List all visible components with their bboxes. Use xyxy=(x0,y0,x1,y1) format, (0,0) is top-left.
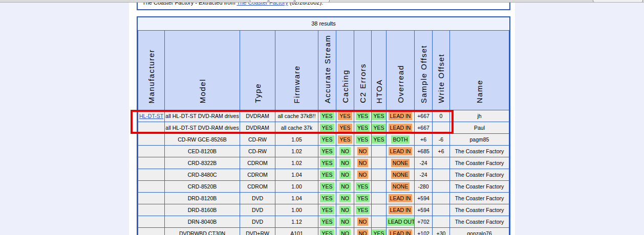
cell-firmware: A101 xyxy=(275,228,318,235)
column-header-c2-errors: C2 Errors xyxy=(354,31,372,110)
browser-button-partial[interactable] xyxy=(250,0,268,3)
column-header-label: Model xyxy=(198,79,207,103)
column-header-label: Caching xyxy=(341,69,350,103)
cell-htoa xyxy=(372,216,387,228)
browser-button-partial[interactable] xyxy=(269,0,294,3)
column-header-label: Sample Offset xyxy=(419,45,428,103)
cell-manufacturer xyxy=(138,216,165,228)
cell-name: The Coaster Factory xyxy=(450,193,509,204)
cell-manufacturer xyxy=(138,134,165,146)
cell-htoa xyxy=(372,181,387,193)
browser-button-partial[interactable] xyxy=(295,0,330,3)
cell-overread: LEAD OUT xyxy=(387,216,415,228)
column-header-manufacturer: Manufacturer xyxy=(138,31,165,110)
cell-write-offset: +30 xyxy=(433,228,450,235)
cell-c2-errors: NO xyxy=(354,157,372,169)
status-badge: YES xyxy=(320,135,334,144)
cell-accurate-stream: YES xyxy=(318,146,336,157)
status-badge: NO xyxy=(357,159,369,167)
cell-type: CDROM xyxy=(240,169,275,181)
cell-manufacturer xyxy=(138,193,165,204)
status-badge: YES xyxy=(356,135,370,144)
cell-name: The Coaster Factory xyxy=(450,157,509,169)
drive-row: DRN-8040BDVD1.12YESNONOLEAD OUT+702The C… xyxy=(138,216,509,228)
status-badge: YES xyxy=(356,182,370,191)
cell-write-offset xyxy=(433,169,450,181)
status-badge: LEAD IN xyxy=(389,229,413,235)
annotation-rectangle xyxy=(131,110,454,134)
status-badge: YES xyxy=(320,171,334,179)
cell-firmware: 1.04 xyxy=(275,193,318,204)
cell-caching: NO xyxy=(336,193,354,204)
cell-accurate-stream: YES xyxy=(318,134,336,146)
column-header-type: Type xyxy=(240,31,275,110)
cell-sample-offset: -24 xyxy=(415,169,433,181)
cell-type: DVD xyxy=(240,193,275,204)
cell-caching: NO xyxy=(336,157,354,169)
cell-caching: NO xyxy=(336,228,354,235)
cell-caching: NO xyxy=(336,146,354,157)
cell-write-offset xyxy=(433,193,450,204)
cell-overread: LEAD IN xyxy=(387,146,415,157)
cell-type: CD-RW xyxy=(240,146,275,157)
cell-caching: YES xyxy=(336,134,354,146)
status-badge: YES xyxy=(320,182,334,191)
column-header-name: Name xyxy=(450,31,509,110)
cell-accurate-stream: YES xyxy=(318,204,336,216)
status-badge: NO xyxy=(357,147,369,155)
cell-model: CED-8120B xyxy=(165,146,240,157)
cell-sample-offset: +594 xyxy=(415,193,433,204)
cell-model: CD-RW GCE-8526B xyxy=(165,134,240,146)
cell-write-offset xyxy=(433,181,450,193)
drive-row: CRD-8480CCDROM1.04YESNONONONE-24The Coas… xyxy=(138,169,509,181)
cell-type: CDROM xyxy=(240,157,275,169)
cell-model: CRD-8322B xyxy=(165,157,240,169)
status-badge: NO xyxy=(339,218,351,226)
status-badge: NONE xyxy=(391,171,410,179)
cell-accurate-stream: YES xyxy=(318,169,336,181)
cell-write-offset: -6 xyxy=(433,134,450,146)
cell-name: Paul xyxy=(450,122,509,134)
cell-htoa xyxy=(372,169,387,181)
cell-name: jh xyxy=(450,110,509,122)
cell-overread: LEAD IN xyxy=(387,193,415,204)
status-badge: NO xyxy=(339,147,351,155)
column-header-label: HTOA xyxy=(375,79,383,103)
browser-chrome-bottom-strip xyxy=(0,0,644,3)
cell-model: CRD-8480C xyxy=(165,169,240,181)
status-badge: NO xyxy=(339,229,351,235)
cell-name: The Coaster Factory xyxy=(450,146,509,157)
cell-type: CDROM xyxy=(240,181,275,193)
cell-caching: NO xyxy=(336,181,354,193)
cell-firmware: 1.04 xyxy=(275,169,318,181)
status-badge: BOTH xyxy=(391,135,409,144)
column-header-label: Accurate Stream xyxy=(323,35,332,103)
drive-row: CED-8120BCD-RW1.02YESNONOLEAD IN+685+6Th… xyxy=(138,146,509,157)
cell-accurate-stream: YES xyxy=(318,157,336,169)
drive-row: CD-RW GCE-8526BCD-RW1.05YESYESYESYESBOTH… xyxy=(138,134,509,146)
cell-name: The Coaster Factory xyxy=(450,169,509,181)
cell-sample-offset: +102 xyxy=(415,228,433,235)
cell-name: The Coaster Factory xyxy=(450,216,509,228)
cell-firmware: 1.02 xyxy=(275,146,318,157)
cell-overread: BOTH xyxy=(387,134,415,146)
cell-caching: NO xyxy=(336,216,354,228)
cell-manufacturer xyxy=(138,204,165,216)
status-badge: YES xyxy=(320,147,334,155)
cell-caching: NO xyxy=(336,204,354,216)
cell-c2-errors: YES xyxy=(354,134,372,146)
cell-c2-errors: YES xyxy=(354,204,372,216)
column-header-label: Name xyxy=(475,80,484,103)
cell-c2-errors: YES xyxy=(354,193,372,204)
cell-overread: NONE xyxy=(387,157,415,169)
cell-htoa xyxy=(372,204,387,216)
column-header-label: Write Offset xyxy=(437,54,445,103)
cell-name: gonzalo76 xyxy=(450,228,509,235)
table-header-row: ManufacturerModelTypeFirmwareAccurate St… xyxy=(138,31,509,110)
browser-button-partial[interactable] xyxy=(593,0,643,3)
drive-row: DVDRWBD CT30NDVD+RWA101YESNONOYESLEAD IN… xyxy=(138,228,509,235)
cell-sample-offset: +6 xyxy=(415,134,433,146)
cell-overread: NONE xyxy=(387,181,415,193)
cell-type: DVD xyxy=(240,216,275,228)
status-badge: NO xyxy=(339,194,351,202)
